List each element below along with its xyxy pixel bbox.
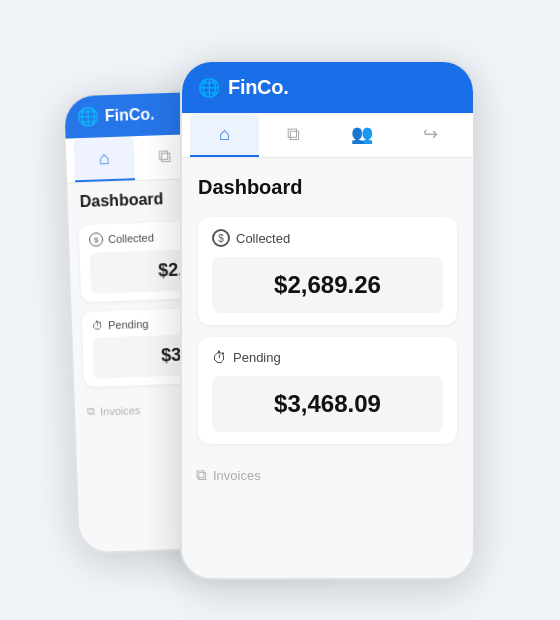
back-dollar-icon: $ — [89, 232, 103, 246]
back-home-icon: ⌂ — [98, 148, 110, 169]
front-pending-amount: $3,468.09 — [274, 390, 381, 417]
front-pending-text: Pending — [233, 350, 281, 365]
front-invoices-label: ⧉ Invoices — [182, 456, 473, 494]
front-nav-tabs: ⌂ ⧉ 👥 ↪ — [182, 113, 473, 158]
back-tab-home[interactable]: ⌂ — [74, 136, 135, 182]
front-tab-home[interactable]: ⌂ — [190, 113, 259, 157]
phone-front: 🌐 FinCo. ⌂ ⧉ 👥 ↪ — [180, 60, 475, 580]
front-home-icon: ⌂ — [219, 124, 230, 145]
front-docs-icon: ⧉ — [287, 124, 300, 145]
back-brand-name: FinCo. — [105, 105, 155, 125]
front-pending-amount-box: $3,468.09 — [212, 376, 443, 432]
back-brand-icon: 🌐 — [76, 105, 99, 128]
front-cards-wrapper: $ Collected $2,689.26 ⏱ Pending — [182, 217, 473, 444]
front-team-icon: 👥 — [351, 123, 373, 145]
front-brand-name: FinCo. — [228, 76, 288, 99]
front-invoices-text: Invoices — [213, 468, 261, 483]
front-app-header: 🌐 FinCo. — [182, 62, 473, 113]
front-pending-label: ⏱ Pending — [212, 349, 443, 366]
front-pending-card: ⏱ Pending $3,468.09 — [198, 337, 457, 444]
front-collected-label: $ Collected — [212, 229, 443, 247]
phones-container: 🌐 FinCo. ⌂ ⧉ 👥 ↪ Dashboar — [70, 30, 490, 590]
front-clock-icon: ⏱ — [212, 349, 227, 366]
front-content-scroll: Dashboard $ Collected $2,689.26 — [182, 158, 473, 579]
front-collected-card: $ Collected $2,689.26 — [198, 217, 457, 325]
front-tab-logout[interactable]: ↪ — [396, 113, 465, 157]
front-brand-icon: 🌐 — [198, 77, 220, 99]
back-clock-icon: ⏱ — [92, 319, 103, 331]
front-collected-text: Collected — [236, 231, 290, 246]
front-collected-amount-box: $2,689.26 — [212, 257, 443, 313]
front-dollar-icon: $ — [212, 229, 230, 247]
front-page-title: Dashboard — [198, 176, 457, 199]
front-tab-team[interactable]: 👥 — [328, 113, 397, 157]
front-logout-icon: ↪ — [423, 123, 438, 145]
front-content-flex: ⌂ ⧉ 👥 ↪ Dashboard — [182, 113, 473, 579]
front-tab-docs[interactable]: ⧉ — [259, 113, 328, 157]
front-collected-amount: $2,689.26 — [274, 271, 381, 298]
back-invoices-icon: ⧉ — [87, 405, 95, 418]
front-invoices-icon: ⧉ — [196, 466, 207, 484]
front-page-title-wrapper: Dashboard — [182, 158, 473, 217]
back-docs-icon: ⧉ — [157, 145, 171, 166]
